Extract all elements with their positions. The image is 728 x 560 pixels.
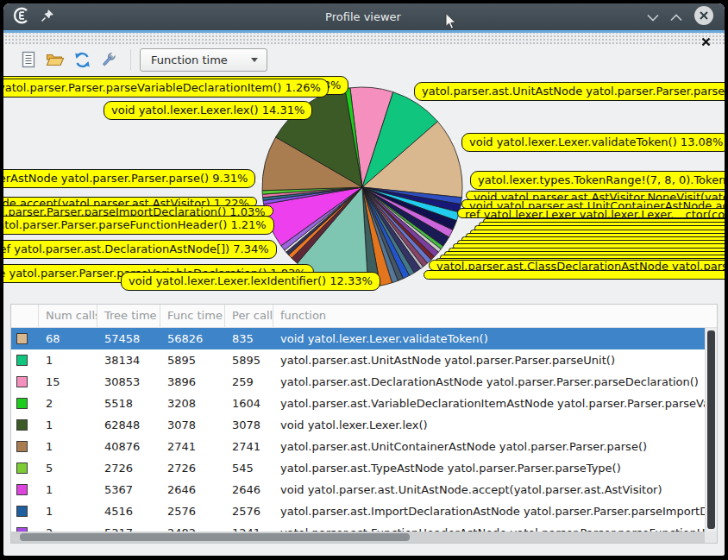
col-header-func-time[interactable]: Func time bbox=[160, 305, 225, 327]
minimize-button[interactable] bbox=[647, 9, 659, 25]
pie-chart-panel: yatol.parser.ast.DeclarationAstNode yato… bbox=[3, 74, 725, 300]
refresh-icon[interactable] bbox=[71, 48, 93, 71]
cell-color bbox=[11, 436, 39, 457]
pie-callout-label: yatol.parser.ast.VariableDeclarationItem… bbox=[3, 79, 329, 98]
cell-function: yatol.parser.ast.TypeAstNode yatol.parse… bbox=[273, 457, 705, 479]
cell-function: void yatol.lexer.Lexer.validateToken() bbox=[273, 328, 705, 349]
cell-function: yatol.parser.ast.VariableDeclarationItem… bbox=[273, 393, 705, 414]
row-color-swatch bbox=[16, 398, 28, 409]
table-body: 685745856826835void yatol.lexer.Lexer.va… bbox=[11, 328, 705, 532]
cell-per-call: 2741 bbox=[225, 436, 273, 457]
horizontal-scrollbar-handle[interactable] bbox=[20, 533, 410, 541]
cell-num-calls: 2 bbox=[39, 522, 97, 532]
vertical-scrollbar-handle[interactable] bbox=[707, 330, 715, 529]
col-header-per-call[interactable]: Per call bbox=[225, 305, 273, 327]
cell-function: yatol.parser.ast.ImportDeclarationAstNod… bbox=[273, 500, 705, 522]
maximize-button[interactable] bbox=[670, 9, 682, 25]
open-folder-icon[interactable] bbox=[44, 48, 66, 71]
wrench-icon[interactable] bbox=[97, 48, 120, 71]
cell-func-time: 2741 bbox=[160, 436, 225, 457]
table-row[interactable]: 2551832081604yatol.parser.ast.VariableDe… bbox=[11, 393, 705, 414]
table-row[interactable]: 15308533896259yatol.parser.ast.Declarati… bbox=[11, 371, 705, 393]
cell-color bbox=[11, 500, 39, 522]
col-header-num-calls[interactable]: Num calls bbox=[39, 305, 97, 327]
cell-per-call: 545 bbox=[225, 457, 273, 479]
cell-function: void yatol.parser.ast.UnitAstNode.accept… bbox=[273, 479, 705, 500]
pie-callout-label: yatol.parser.ast.FunctionHeaderAstNode y… bbox=[3, 216, 274, 235]
cell-num-calls: 1 bbox=[39, 414, 97, 436]
col-header-tree-time[interactable]: Tree time bbox=[97, 305, 160, 327]
close-button[interactable] bbox=[693, 5, 714, 29]
dock-titlebar[interactable] bbox=[3, 33, 725, 45]
cell-per-call: 5895 bbox=[225, 349, 273, 371]
table-row[interactable]: 1536726462646void yatol.parser.ast.UnitA… bbox=[11, 479, 705, 500]
pie-callout-label: void yatol.lexer.Lexer.lex() 14.31% bbox=[104, 101, 312, 120]
row-color-swatch bbox=[16, 441, 28, 452]
cell-tree-time: 38134 bbox=[97, 349, 160, 371]
pie-callout-label bbox=[424, 270, 725, 280]
cell-per-call: 3078 bbox=[225, 414, 273, 436]
table-row[interactable]: 14087627412741yatol.parser.ast.UnitConta… bbox=[11, 436, 705, 457]
cell-num-calls: 2 bbox=[39, 393, 97, 414]
cell-num-calls: 5 bbox=[39, 457, 97, 479]
dock-close-icon[interactable] bbox=[701, 34, 711, 43]
toolbar: Function time bbox=[3, 45, 725, 74]
row-color-swatch bbox=[16, 355, 28, 366]
vertical-scrollbar[interactable] bbox=[705, 328, 717, 532]
cell-func-time: 5895 bbox=[160, 349, 225, 371]
cell-num-calls: 1 bbox=[39, 479, 97, 500]
metric-select[interactable]: Function time bbox=[140, 48, 267, 72]
pin-icon[interactable] bbox=[40, 8, 55, 27]
cell-color bbox=[11, 371, 39, 393]
cell-func-time: 3078 bbox=[160, 414, 225, 436]
cell-per-call: 835 bbox=[225, 328, 273, 349]
cell-per-call: 259 bbox=[225, 371, 273, 393]
mouse-cursor bbox=[445, 13, 457, 34]
cell-color bbox=[11, 328, 39, 349]
cell-num-calls: 68 bbox=[39, 328, 97, 349]
document-list-icon[interactable] bbox=[17, 48, 40, 71]
pie-callout-label: yatol.parser.ast.UnitAstNode yatol.parse… bbox=[414, 82, 725, 101]
scrollbar-corner bbox=[705, 532, 717, 543]
cell-num-calls: 1 bbox=[39, 349, 97, 371]
col-header-color[interactable] bbox=[11, 305, 39, 327]
pie-callout-label: void yatol.lexer.Lexer.lexIdentifier() 1… bbox=[121, 272, 380, 291]
cell-tree-time: 5317 bbox=[97, 522, 160, 532]
table-row[interactable]: 527262726545yatol.parser.ast.TypeAstNode… bbox=[11, 457, 705, 479]
cell-func-time: 2482 bbox=[160, 522, 225, 532]
table-row[interactable]: 13813458955895yatol.parser.ast.UnitAstNo… bbox=[11, 349, 705, 371]
horizontal-scrollbar[interactable] bbox=[11, 532, 705, 543]
pie-callout-label: void yatol.lexer.Lexer.validateToken() 1… bbox=[461, 133, 725, 152]
profile-table: Num calls Tree time Func time Per call f… bbox=[10, 304, 718, 544]
chevron-down-icon bbox=[251, 58, 258, 62]
cell-func-time: 3896 bbox=[160, 371, 225, 393]
row-color-swatch bbox=[16, 462, 28, 474]
cell-function: void yatol.lexer.Lexer.lex() bbox=[273, 414, 705, 436]
cell-tree-time: 4516 bbox=[97, 500, 160, 522]
cell-color bbox=[11, 349, 39, 371]
cell-color bbox=[11, 522, 39, 532]
table-row[interactable]: 1451625762576yatol.parser.ast.ImportDecl… bbox=[11, 500, 705, 522]
cell-per-call: 1241 bbox=[225, 522, 273, 532]
cell-func-time: 56826 bbox=[160, 328, 225, 349]
cell-function: yatol.parser.ast.FunctionHeaderAstNode y… bbox=[273, 522, 705, 532]
row-color-swatch bbox=[16, 376, 28, 387]
profile-viewer-window: Profile viewer bbox=[3, 3, 725, 556]
table-row[interactable]: 685745856826835void yatol.lexer.Lexer.va… bbox=[11, 328, 705, 349]
table-row[interactable]: 16284830783078void yatol.lexer.Lexer.lex… bbox=[11, 414, 705, 436]
app-logo-icon bbox=[12, 6, 31, 28]
titlebar[interactable]: Profile viewer bbox=[3, 3, 725, 30]
cell-color bbox=[11, 414, 39, 436]
cell-tree-time: 62848 bbox=[97, 414, 160, 436]
col-header-function[interactable]: function bbox=[273, 305, 717, 327]
cell-color bbox=[11, 479, 39, 500]
table-header[interactable]: Num calls Tree time Func time Per call f… bbox=[11, 305, 717, 328]
table-row[interactable]: 2531724821241yatol.parser.ast.FunctionHe… bbox=[11, 522, 705, 532]
pie-callout-label: yatol.parser.ast.UnitContainerAstNode ya… bbox=[3, 169, 255, 188]
window-title: Profile viewer bbox=[210, 10, 516, 23]
cell-color bbox=[11, 393, 39, 414]
cell-tree-time: 57458 bbox=[97, 328, 160, 349]
cell-tree-time: 5367 bbox=[97, 479, 160, 500]
cell-num-calls: 1 bbox=[39, 500, 97, 522]
cell-func-time: 2646 bbox=[160, 479, 225, 500]
